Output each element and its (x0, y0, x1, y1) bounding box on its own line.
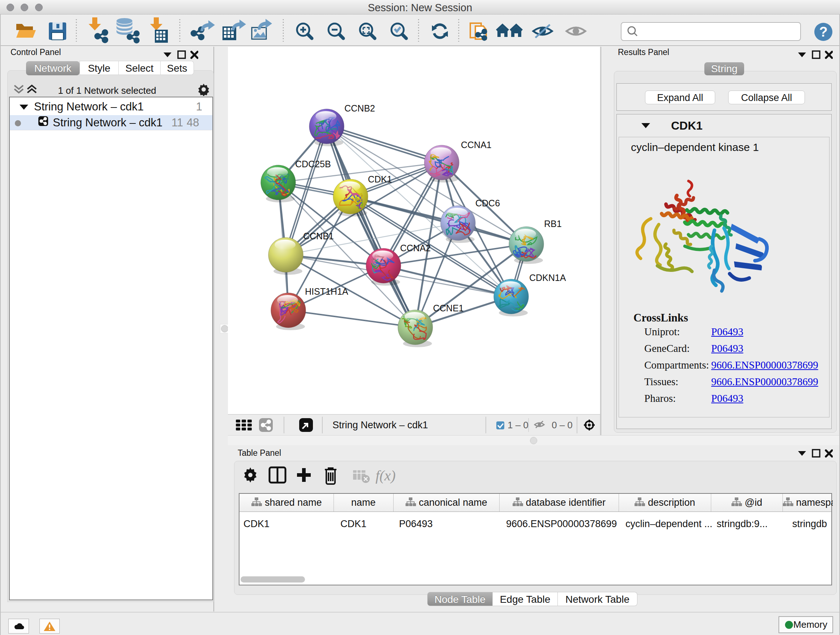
svg-text:CCNA1: CCNA1 (461, 140, 492, 150)
svg-text:0 – 0: 0 – 0 (552, 420, 573, 431)
svg-text:CDC25B: CDC25B (295, 159, 331, 169)
svg-text:1 – 0: 1 – 0 (508, 420, 529, 431)
svg-text:CDK1: CDK1 (368, 174, 392, 184)
svg-text:CCNB2: CCNB2 (344, 103, 375, 113)
svg-text:RB1: RB1 (544, 219, 562, 229)
svg-text:CCNB1: CCNB1 (303, 231, 334, 241)
svg-text:CDC6: CDC6 (475, 198, 500, 208)
svg-text:CCNA2: CCNA2 (400, 243, 431, 253)
svg-text:f(x): f(x) (376, 467, 396, 484)
svg-text:String Network – cdk1: String Network – cdk1 (332, 420, 428, 431)
svg-text:CDKN1A: CDKN1A (529, 272, 566, 283)
svg-text:CCNE1: CCNE1 (433, 303, 464, 313)
svg-text:?: ? (819, 24, 827, 40)
svg-text:HIST1H1A: HIST1H1A (305, 287, 348, 296)
